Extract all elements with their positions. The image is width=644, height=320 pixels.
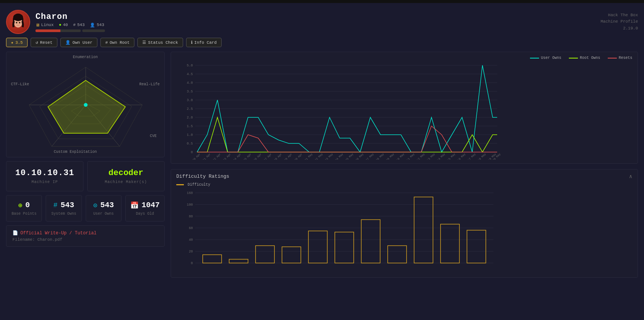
svg-rect-85 (229, 259, 248, 263)
svg-text:17 May: 17 May (467, 152, 476, 160)
rating-meta: ● 40 (59, 23, 68, 27)
reset-button[interactable]: ↺ Reset (31, 38, 57, 47)
svg-text:100: 100 (187, 203, 193, 207)
resets-line (197, 126, 497, 152)
svg-text:4.0: 4.0 (187, 81, 193, 85)
writeup-icon: 📄 (12, 230, 18, 236)
svg-rect-90 (361, 220, 380, 263)
user-owns-value: 543 (100, 201, 114, 209)
uo-top: ⊙ 543 (93, 201, 114, 209)
own-user-button[interactable]: 👤 Own User (60, 38, 97, 47)
system-owns-card: # 543 System Owns (46, 195, 82, 222)
hash-meta: # 543 (73, 23, 85, 27)
content-grid: Enumeration Real-Life CVE Custom Exploit… (6, 52, 638, 278)
svg-text:40: 40 (189, 238, 193, 242)
user-own-icon: 👤 (65, 40, 71, 45)
line-chart-svg: 0 0.5 1.0 1.5 2.0 2.5 3.0 3.5 4.0 4.5 5.… (176, 62, 501, 160)
svg-text:29 Apr: 29 Apr (283, 152, 293, 160)
svg-text:3.5: 3.5 (187, 90, 193, 94)
writeup-filename: Filename: Charon.pdf (12, 237, 158, 242)
metrics-row: ⊕ 0 Base Points # 543 System Owns (6, 195, 165, 222)
svg-text:80: 80 (189, 215, 193, 218)
svg-text:12 May: 12 May (416, 152, 425, 160)
days-old-card: 📅 1047 Days Old (125, 195, 165, 222)
status-check-button[interactable]: ☰ Status Check (137, 38, 183, 47)
ip-label: Machine IP (12, 180, 77, 184)
svg-text:09 May: 09 May (385, 152, 395, 160)
user-meta: 👤 543 (90, 23, 104, 28)
svg-text:22 Apr: 22 Apr (212, 152, 222, 160)
radar-svg (14, 60, 157, 150)
hash-own-icon: # (105, 40, 108, 45)
own-root-button[interactable]: # Own Root (100, 38, 134, 47)
svg-point-16 (84, 103, 88, 107)
reset-icon: ↺ (35, 40, 38, 45)
writeup-title: 📄 Official Write-Up / Tutorial (12, 230, 158, 236)
days-old-value: 1047 (142, 201, 160, 209)
svg-text:2.0: 2.0 (187, 116, 193, 120)
user-legend-line (530, 58, 539, 58)
svg-text:27 Apr: 27 Apr (263, 152, 273, 160)
base-points-card: ⊕ 0 Base Points (6, 195, 42, 222)
writeup-card: 📄 Official Write-Up / Tutorial Filename:… (6, 225, 165, 247)
collapse-button[interactable]: ∧ (629, 173, 632, 180)
svg-text:20 Apr: 20 Apr (192, 152, 201, 160)
base-points-value: 0 (25, 201, 30, 209)
progress-bar2 (82, 29, 105, 32)
difficulty-header: Difficulty Ratings ∧ (176, 173, 632, 180)
svg-text:14 May: 14 May (436, 152, 446, 160)
user-owns-card: ⊙ 543 User Owns (86, 195, 122, 222)
difficulty-title: Difficulty Ratings (176, 174, 229, 179)
machine-maker: decoder (94, 168, 158, 178)
svg-text:4.5: 4.5 (187, 72, 193, 76)
svg-rect-88 (308, 231, 327, 263)
info-card-button[interactable]: ℹ Info Card (186, 38, 222, 47)
difficulty-card: Difficulty Ratings ∧ Difficulty (171, 169, 638, 278)
svg-text:1.0: 1.0 (187, 133, 193, 137)
svg-text:26 Apr: 26 Apr (253, 152, 262, 160)
root-legend-line (569, 58, 578, 58)
svg-rect-84 (203, 255, 222, 263)
svg-text:30 Apr: 30 Apr (294, 152, 303, 160)
os-icon: 🖥 (35, 23, 40, 28)
do-top: 📅 1047 (130, 201, 160, 209)
svg-text:2.5: 2.5 (187, 107, 193, 111)
svg-text:25 Apr: 25 Apr (243, 152, 252, 160)
do-label: Days Old (136, 212, 154, 216)
svg-text:1.5: 1.5 (187, 125, 193, 128)
svg-text:16 May: 16 May (457, 152, 466, 160)
svg-text:21 Apr: 21 Apr (202, 152, 211, 160)
rating-button[interactable]: ★ 3.5 (6, 38, 28, 47)
svg-text:5.0: 5.0 (187, 64, 193, 68)
svg-rect-86 (256, 246, 274, 263)
svg-text:11 May: 11 May (406, 152, 415, 160)
svg-point-3 (16, 22, 17, 23)
avatar (6, 10, 30, 34)
svg-text:15 May: 15 May (447, 152, 456, 160)
svg-text:10 May: 10 May (396, 152, 405, 160)
target-icon: ⊕ (18, 201, 22, 209)
legend-root: Root Owns (569, 56, 600, 60)
svg-text:20: 20 (189, 250, 193, 254)
calendar-icon: 📅 (130, 201, 139, 209)
svg-text:03 May: 03 May (324, 152, 334, 160)
svg-text:13 May: 13 May (426, 152, 436, 160)
svg-text:0: 0 (191, 151, 193, 154)
svg-rect-92 (414, 197, 433, 263)
circle-icon: ● (59, 23, 62, 27)
bp-label: Base Points (12, 212, 37, 216)
svg-rect-93 (441, 224, 459, 263)
hash-metric-icon: # (54, 202, 58, 209)
info-icon: ℹ (191, 40, 193, 45)
svg-rect-89 (335, 232, 354, 263)
action-buttons: ★ 3.5 ↺ Reset 👤 Own User # Own Root ☰ St… (6, 38, 638, 47)
user-metric-icon: ⊙ (93, 201, 97, 209)
legend-user: User Owns (530, 56, 561, 60)
svg-point-4 (19, 22, 20, 23)
svg-text:07 May: 07 May (365, 152, 374, 160)
machine-info: Charon 🖥 Linux ● 40 # 543 👤 (35, 12, 105, 32)
svg-point-2 (13, 14, 23, 21)
progress-wrap (35, 29, 105, 32)
so-top: # 543 (54, 201, 74, 209)
radar-label-top: Enumeration (73, 55, 98, 59)
